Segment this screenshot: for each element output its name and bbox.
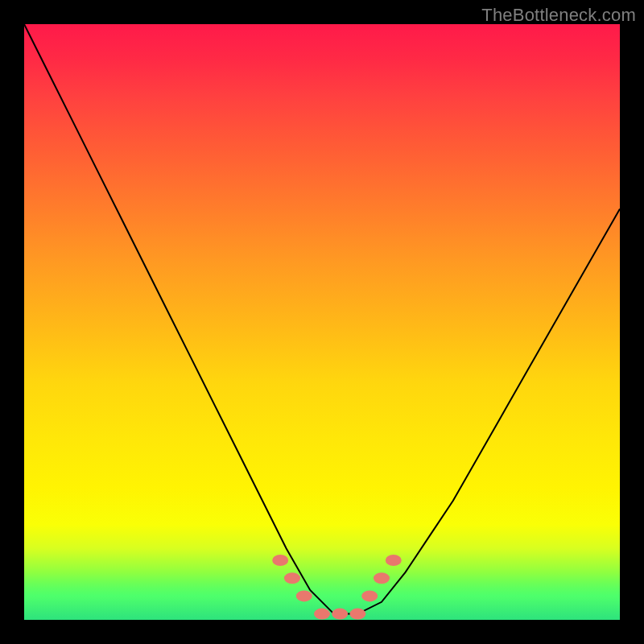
watermark-text: TheBottleneck.com [481, 5, 636, 26]
plateau-marker [386, 555, 402, 566]
plateau-marker [272, 555, 288, 566]
plateau-markers [272, 555, 402, 620]
chart-stage: TheBottleneck.com [0, 0, 644, 644]
plateau-marker [284, 572, 300, 584]
bottleneck-curve [24, 24, 620, 614]
plateau-marker [296, 590, 312, 601]
plateau-marker [314, 609, 330, 620]
plateau-marker [361, 590, 378, 601]
plateau-marker [374, 572, 390, 584]
curve-layer [24, 24, 620, 620]
plateau-marker [332, 609, 348, 620]
plot-area [24, 24, 620, 620]
plateau-marker [349, 609, 365, 620]
